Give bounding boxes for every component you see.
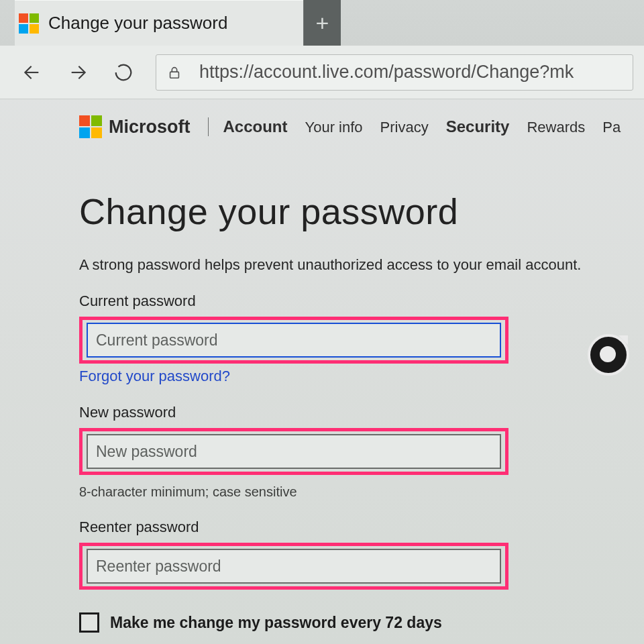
svg-rect-0 [170, 72, 179, 78]
refresh-button[interactable] [110, 59, 137, 86]
nav-security[interactable]: Security [446, 117, 510, 136]
forward-button[interactable] [64, 59, 91, 86]
address-bar[interactable]: https://account.live.com/password/Change… [156, 54, 633, 91]
page-subtitle: A strong password helps prevent unauthor… [79, 256, 644, 274]
brand[interactable]: Microsoft [79, 115, 191, 138]
plus-icon: + [316, 10, 329, 36]
new-password-label: New password [79, 404, 644, 421]
annotation-highlight [79, 543, 508, 590]
password-expiry-label: Make me change my password every 72 days [110, 614, 442, 632]
current-password-input[interactable] [87, 323, 501, 358]
annotation-highlight [79, 317, 508, 364]
arrow-right-icon [67, 62, 89, 83]
reenter-password-group: Reenter password [79, 519, 644, 590]
password-hint: 8-character minimum; case sensitive [79, 484, 644, 500]
nav-privacy[interactable]: Privacy [380, 119, 429, 136]
reenter-password-label: Reenter password [79, 519, 644, 536]
refresh-icon [113, 62, 133, 83]
password-expiry-checkbox[interactable] [79, 612, 99, 633]
nav-rewards[interactable]: Rewards [527, 119, 585, 136]
browser-toolbar: https://account.live.com/password/Change… [0, 46, 644, 99]
nav-yourinfo[interactable]: Your info [305, 119, 363, 136]
current-password-group: Current password Forgot your password? [79, 292, 644, 385]
site-header: Microsoft Account Your info Privacy Secu… [79, 115, 644, 138]
forgot-password-link[interactable]: Forgot your password? [79, 368, 644, 385]
nav-more[interactable]: Pa [602, 119, 621, 136]
browser-tab-active[interactable]: Change your password [15, 0, 303, 46]
annotation-highlight [79, 428, 508, 475]
arrow-left-icon [21, 62, 43, 83]
password-expiry-row: Make me change my password every 72 days [79, 612, 644, 633]
reenter-password-input[interactable] [87, 549, 501, 584]
brand-text: Microsoft [109, 117, 191, 138]
current-password-label: Current password [79, 292, 644, 310]
annotation-marker-icon [588, 334, 629, 376]
browser-tab-strip: Change your password + [0, 0, 644, 46]
nav-account[interactable]: Account [223, 117, 288, 136]
microsoft-logo-icon [79, 115, 102, 138]
back-button[interactable] [19, 59, 46, 86]
lock-icon [167, 64, 182, 81]
microsoft-logo-icon [19, 13, 39, 34]
site-nav: Account Your info Privacy Security Rewar… [223, 117, 621, 136]
new-password-group: New password 8-character minimum; case s… [79, 404, 644, 500]
divider [208, 117, 209, 136]
new-tab-button[interactable]: + [303, 0, 341, 46]
address-url: https://account.live.com/password/Change… [199, 62, 574, 83]
new-password-input[interactable] [87, 434, 501, 469]
page-content: Microsoft Account Your info Privacy Secu… [0, 99, 644, 633]
browser-tab-title: Change your password [48, 13, 227, 34]
page-title: Change your password [79, 191, 644, 232]
